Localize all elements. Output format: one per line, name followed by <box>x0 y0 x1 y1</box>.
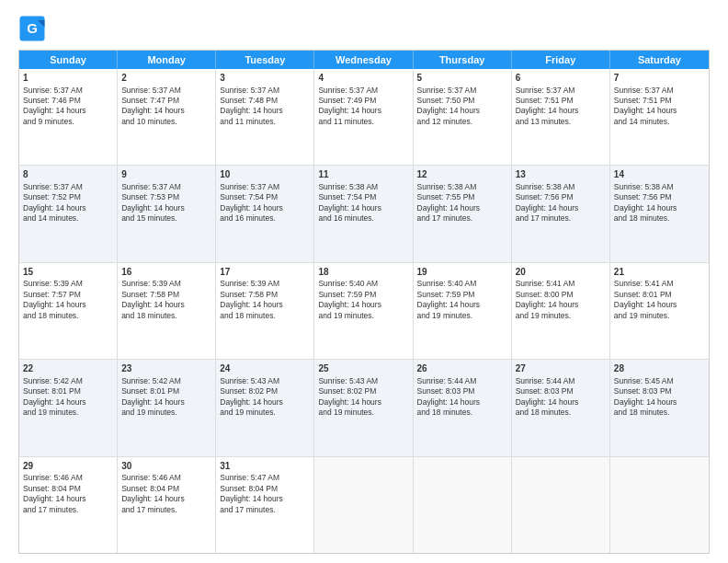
day-info: Sunrise: 5:44 AM <box>516 376 606 386</box>
day-info: Sunrise: 5:38 AM <box>516 182 606 192</box>
day-number: 17 <box>220 266 310 279</box>
calendar: SundayMondayTuesdayWednesdayThursdayFrid… <box>18 50 710 554</box>
day-info: and 11 minutes. <box>318 117 408 127</box>
day-info: Sunrise: 5:47 AM <box>220 473 310 483</box>
day-info: and 19 minutes. <box>417 311 507 321</box>
day-number: 26 <box>417 362 507 375</box>
day-info: and 17 minutes. <box>516 213 606 224</box>
day-number: 23 <box>121 362 211 375</box>
day-info: and 16 minutes. <box>318 213 408 224</box>
day-info: and 19 minutes. <box>23 408 113 418</box>
calendar-row-1: 8Sunrise: 5:37 AMSunset: 7:52 PMDaylight… <box>19 166 709 262</box>
day-number: 6 <box>516 72 606 85</box>
day-number: 30 <box>121 460 211 473</box>
day-number: 16 <box>121 266 211 279</box>
day-number: 14 <box>614 168 705 181</box>
day-info: and 14 minutes. <box>23 213 113 224</box>
day-info: Sunset: 8:04 PM <box>121 484 211 494</box>
day-info: and 10 minutes. <box>121 117 211 127</box>
day-info: Daylight: 14 hours <box>121 494 211 504</box>
day-info: and 14 minutes. <box>614 117 705 127</box>
day-info: Sunset: 8:03 PM <box>516 386 606 396</box>
day-info: Sunrise: 5:42 AM <box>23 376 113 386</box>
calendar-cell: 16Sunrise: 5:39 AMSunset: 7:58 PMDayligh… <box>118 263 216 359</box>
calendar-cell: 22Sunrise: 5:42 AMSunset: 8:01 PMDayligh… <box>19 360 118 455</box>
day-info: Daylight: 14 hours <box>318 397 408 408</box>
day-info: Sunset: 8:01 PM <box>121 386 211 396</box>
day-info: Sunrise: 5:44 AM <box>417 376 507 386</box>
header-day-saturday: Saturday <box>610 51 709 69</box>
day-info: Sunset: 7:51 PM <box>614 96 705 106</box>
calendar-cell: 4Sunrise: 5:37 AMSunset: 7:49 PMDaylight… <box>314 69 413 165</box>
svg-text:G: G <box>27 20 38 36</box>
day-info: and 15 minutes. <box>121 213 211 224</box>
day-info: and 19 minutes. <box>318 311 408 321</box>
day-info: Daylight: 14 hours <box>516 106 606 116</box>
day-info: Daylight: 14 hours <box>220 203 310 213</box>
calendar-cell <box>314 457 413 553</box>
calendar-cell: 26Sunrise: 5:44 AMSunset: 8:03 PMDayligh… <box>414 360 512 455</box>
day-info: and 13 minutes. <box>516 117 606 127</box>
day-info: and 17 minutes. <box>121 505 211 515</box>
day-number: 22 <box>23 362 113 375</box>
day-info: Sunset: 7:52 PM <box>23 192 113 202</box>
logo-icon: G <box>18 15 46 42</box>
day-info: Daylight: 14 hours <box>121 203 211 213</box>
day-info: Daylight: 14 hours <box>318 203 408 213</box>
day-info: Daylight: 14 hours <box>318 300 408 310</box>
calendar-cell: 5Sunrise: 5:37 AMSunset: 7:50 PMDaylight… <box>414 69 512 165</box>
day-info: and 17 minutes. <box>23 505 113 515</box>
day-number: 11 <box>318 168 408 181</box>
day-info: Daylight: 14 hours <box>220 397 310 408</box>
day-info: Daylight: 14 hours <box>121 397 211 408</box>
header-day-monday: Monday <box>118 51 216 69</box>
day-info: Sunset: 8:04 PM <box>23 484 113 494</box>
calendar-cell: 15Sunrise: 5:39 AMSunset: 7:57 PMDayligh… <box>19 263 118 359</box>
header-day-sunday: Sunday <box>19 51 118 69</box>
day-info: and 11 minutes. <box>220 117 310 127</box>
day-info: and 18 minutes. <box>516 408 606 418</box>
day-info: Sunset: 7:51 PM <box>516 96 606 106</box>
calendar-cell: 30Sunrise: 5:46 AMSunset: 8:04 PMDayligh… <box>118 457 216 553</box>
calendar-cell: 6Sunrise: 5:37 AMSunset: 7:51 PMDaylight… <box>512 69 610 165</box>
day-info: and 18 minutes. <box>614 408 705 418</box>
day-info: and 19 minutes. <box>318 408 408 418</box>
day-info: Daylight: 14 hours <box>121 106 211 116</box>
calendar-cell: 27Sunrise: 5:44 AMSunset: 8:03 PMDayligh… <box>512 360 610 455</box>
day-info: Sunset: 8:00 PM <box>516 290 606 300</box>
day-info: Sunrise: 5:45 AM <box>614 376 705 386</box>
day-info: Daylight: 14 hours <box>516 397 606 408</box>
day-info: Daylight: 14 hours <box>516 300 606 310</box>
day-info: Daylight: 14 hours <box>417 397 507 408</box>
day-info: Sunset: 7:50 PM <box>417 96 507 106</box>
day-info: Sunset: 7:54 PM <box>318 192 408 202</box>
calendar-cell <box>414 457 512 553</box>
calendar-cell: 18Sunrise: 5:40 AMSunset: 7:59 PMDayligh… <box>314 263 413 359</box>
day-info: and 18 minutes. <box>23 311 113 321</box>
calendar-cell: 13Sunrise: 5:38 AMSunset: 7:56 PMDayligh… <box>512 166 610 261</box>
calendar-body: 1Sunrise: 5:37 AMSunset: 7:46 PMDaylight… <box>19 69 709 553</box>
day-info: Daylight: 14 hours <box>417 300 507 310</box>
day-number: 2 <box>121 72 211 85</box>
day-info: Sunset: 8:02 PM <box>220 386 310 396</box>
day-info: Sunset: 7:58 PM <box>121 290 211 300</box>
day-number: 24 <box>220 362 310 375</box>
day-info: Daylight: 14 hours <box>23 106 113 116</box>
day-info: Sunrise: 5:46 AM <box>121 473 211 483</box>
day-number: 19 <box>417 266 507 279</box>
day-info: Daylight: 14 hours <box>614 397 705 408</box>
day-info: Sunset: 8:01 PM <box>614 290 705 300</box>
day-info: and 19 minutes. <box>121 408 211 418</box>
day-info: Daylight: 14 hours <box>23 494 113 504</box>
day-info: Sunset: 7:46 PM <box>23 96 113 106</box>
day-info: and 17 minutes. <box>220 505 310 515</box>
day-info: Sunrise: 5:43 AM <box>220 376 310 386</box>
day-info: Sunset: 7:59 PM <box>417 290 507 300</box>
day-info: Sunrise: 5:37 AM <box>220 86 310 96</box>
day-number: 4 <box>318 72 408 85</box>
day-info: and 16 minutes. <box>220 213 310 224</box>
calendar-cell: 7Sunrise: 5:37 AMSunset: 7:51 PMDaylight… <box>610 69 709 165</box>
calendar-cell: 28Sunrise: 5:45 AMSunset: 8:03 PMDayligh… <box>610 360 709 455</box>
day-info: Sunrise: 5:39 AM <box>220 279 310 289</box>
calendar-cell: 19Sunrise: 5:40 AMSunset: 7:59 PMDayligh… <box>414 263 512 359</box>
